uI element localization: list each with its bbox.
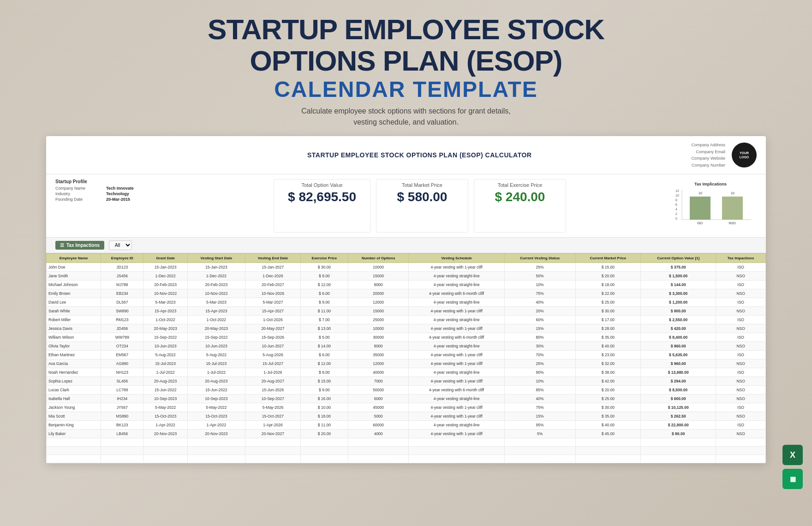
- table-cell: 4-year vesting with 1-year cliff: [409, 306, 504, 315]
- table-cell: 15-Oct-2023: [187, 412, 245, 420]
- table-cell: $ 14.00: [300, 341, 348, 350]
- table-cell: Sophia Lopez: [47, 377, 101, 385]
- table-cell: 15-Jun-2022: [143, 385, 187, 394]
- table-cell: $ 6.00: [300, 350, 348, 359]
- logo-line1: YOUR: [740, 151, 749, 155]
- table-cell: NSO: [716, 385, 766, 394]
- table-cell: 15-Jan-2023: [187, 263, 245, 271]
- table-row: Noah HernandezNH1231-Jul-20221-Jul-20221…: [47, 368, 766, 377]
- table-row: Lily BakerLB45620-Nov-202320-Nov-202320-…: [47, 429, 766, 438]
- table-cell: 10-Nov-2022: [143, 289, 187, 298]
- table-cell: 70%: [504, 350, 575, 359]
- kpi-label-market-price: Total Market Price: [390, 182, 454, 188]
- table-cell: 25%: [504, 359, 575, 368]
- svg-text:6: 6: [675, 203, 677, 206]
- tax-impactions-filter-btn[interactable]: ☰ Tax Impactions: [55, 241, 104, 250]
- tax-chart-title: Tax Implications: [669, 182, 752, 186]
- table-cell: 5-Aug-2022: [143, 350, 187, 359]
- table-cell: NSO: [716, 412, 766, 420]
- table-cell: 20-May-2027: [245, 324, 300, 333]
- table-cell: $ 28.00: [575, 324, 641, 333]
- empty-row: [47, 446, 766, 454]
- company-website: Company Website: [691, 155, 725, 161]
- tax-implications-chart: 12 10 8 6 4 2 0 10 10: [669, 188, 752, 230]
- table-cell: 20000: [348, 289, 409, 298]
- table-cell: $ 9.00: [300, 385, 348, 394]
- table-cell: Olivia Taylor: [47, 341, 101, 350]
- table-cell: $ 16.00: [300, 394, 348, 403]
- kpi-card-option-value: Total Option Value $ 82,695.50: [274, 179, 370, 233]
- table-cell: ISO: [716, 280, 766, 289]
- table-cell: $ 32.00: [575, 359, 641, 368]
- table-cell: $ 20.00: [575, 271, 641, 280]
- spreadsheet-container: STARTUP EMPLOYEE STOCK OPTIONS PLAN (ESO…: [46, 136, 766, 463]
- table-cell: 15-Sep-2026: [245, 333, 300, 341]
- table-cell: 25%: [504, 263, 575, 271]
- table-cell: 25000: [348, 315, 409, 324]
- table-cell: JD123: [101, 263, 143, 271]
- th-employee-name: Employee Name: [47, 253, 101, 263]
- table-cell: 1-Oct-2026: [245, 315, 300, 324]
- profile-label-industry: Industry: [55, 191, 97, 196]
- table-cell: 4-year vesting straight-line: [409, 368, 504, 377]
- table-row: David LeeDL5675-Mar-20235-Mar-20235-Mar-…: [47, 298, 766, 306]
- table-row: Ava GarciaAG89015-Jul-202315-Jul-202315-…: [47, 359, 766, 368]
- table-cell: 4-year vesting straight-line: [409, 315, 504, 324]
- table-cell: 15000: [348, 271, 409, 280]
- table-cell: 50000: [348, 385, 409, 394]
- th-vesting-schedule: Vesting Schedule: [409, 253, 504, 263]
- profile-row-industry: Industry Technology: [55, 191, 175, 196]
- company-info-top: Company Address Company Email Company We…: [691, 142, 725, 168]
- table-cell: 60%: [504, 315, 575, 324]
- table-cell: $ 20.00: [300, 429, 348, 438]
- excel-icon[interactable]: X: [782, 445, 803, 465]
- title-line2: OPTIONS PLAN (ESOP): [250, 45, 562, 77]
- desc-line1: Calculate employee stock options with se…: [301, 107, 511, 115]
- table-cell: 6000: [348, 394, 409, 403]
- table-cell: NSO: [716, 429, 766, 438]
- table-cell: 10-Jun-2023: [143, 341, 187, 350]
- sheets-icon[interactable]: ▦: [782, 469, 803, 489]
- table-cell: 4-year vesting with 1-year cliff: [409, 403, 504, 412]
- th-vesting-status: Current Vesting Status: [504, 253, 575, 263]
- table-cell: $ 18.00: [575, 280, 641, 289]
- table-cell: ISO: [716, 368, 766, 377]
- table-cell: $ 8,400.00: [641, 333, 716, 341]
- table-cell: $ 25.00: [575, 394, 641, 403]
- table-cell: 10-Sep-2023: [187, 394, 245, 403]
- table-cell: LC789: [101, 385, 143, 394]
- table-cell: $ 20.00: [575, 385, 641, 394]
- table-cell: 85%: [504, 385, 575, 394]
- table-cell: $ 8.00: [300, 368, 348, 377]
- table-row: Jackson YoungJY5675-May-20225-May-20225-…: [47, 403, 766, 412]
- profile-label-company: Company Name: [55, 186, 97, 191]
- table-cell: 10%: [504, 377, 575, 385]
- sheet-title: STARTUP EMPLOYEE STOCK OPTIONS PLAN (ESO…: [148, 151, 691, 159]
- th-grant-date: Grant Date: [143, 253, 187, 263]
- table-row: Benjamin KingBK1231-Apr-20221-Apr-20221-…: [47, 420, 766, 429]
- table-cell: Sarah White: [47, 306, 101, 315]
- table-cell: 4-year vesting straight-line: [409, 280, 504, 289]
- description: Calculate employee stock options with se…: [208, 106, 604, 128]
- table-cell: 1-Apr-2022: [187, 420, 245, 429]
- table-cell: William Wilson: [47, 333, 101, 341]
- svg-text:4: 4: [675, 208, 677, 211]
- table-cell: 1-Jul-2022: [143, 368, 187, 377]
- table-cell: $ 13,680.00: [641, 368, 716, 377]
- table-row: Sophia LopezSL45620-Aug-202320-Aug-20232…: [47, 377, 766, 385]
- filter-select[interactable]: All: [109, 240, 132, 250]
- table-cell: 12000: [348, 359, 409, 368]
- table-cell: Lily Baker: [47, 429, 101, 438]
- table-cell: 1-Jul-2022: [187, 368, 245, 377]
- table-cell: $ 294.00: [641, 377, 716, 385]
- table-cell: ISO: [716, 350, 766, 359]
- kpi-label-exercise-price: Total Exercise Price: [488, 182, 552, 188]
- table-cell: DL567: [101, 298, 143, 306]
- table-cell: Michael Johnson: [47, 280, 101, 289]
- table-cell: 5-May-2022: [143, 403, 187, 412]
- table-cell: Mia Scott: [47, 412, 101, 420]
- table-cell: 1-Oct-2022: [143, 315, 187, 324]
- table-row: Jessica DavisJD45620-May-202320-May-2023…: [47, 324, 766, 333]
- table-cell: 15-Jul-2027: [245, 359, 300, 368]
- table-row: Jane SmithJS4561-Dec-20221-Dec-20221-Dec…: [47, 271, 766, 280]
